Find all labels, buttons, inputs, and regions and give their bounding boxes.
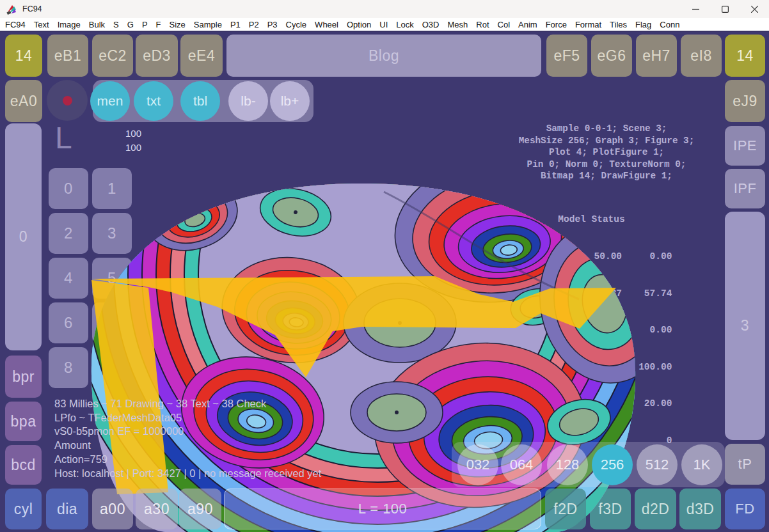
menu-item-sample[interactable]: Sample <box>194 20 222 29</box>
menu-item-option[interactable]: Option <box>347 20 371 29</box>
menu-item-force[interactable]: Force <box>546 20 567 29</box>
menu-item-text[interactable]: Text <box>34 20 49 29</box>
title-bar: FC94 <box>0 0 769 18</box>
window-title: FC94 <box>22 4 42 13</box>
maximize-icon[interactable] <box>710 0 740 18</box>
menu-item-fc94[interactable]: FC94 <box>5 20 26 29</box>
menu-item-format[interactable]: Format <box>575 20 601 29</box>
menu-item-p[interactable]: P <box>142 20 148 29</box>
menu-item-anim[interactable]: Anim <box>518 20 537 29</box>
main-area: 14 eB1 eC2 eD3 eE4 Blog eF5 eG6 eH7 eI8 … <box>0 32 769 532</box>
menu-item-wheel[interactable]: Wheel <box>315 20 338 29</box>
menu-item-tiles[interactable]: Tiles <box>610 20 627 29</box>
status-line-host: Host: localhost | Port: 3427 | 0 | no me… <box>54 467 321 481</box>
menu-item-rot[interactable]: Rot <box>476 20 489 29</box>
status-block: 83 Millies ~ 71 Drawing ~ 38 Text ~ 38 C… <box>54 397 321 480</box>
size-1k-button[interactable]: 1K <box>681 444 722 485</box>
minimize-icon[interactable] <box>681 0 710 18</box>
f2d-button[interactable]: f2D <box>545 489 586 529</box>
size-032-button[interactable]: 032 <box>457 444 498 485</box>
menu-bar: FC94 Text Image Bulk S G P F Size Sample… <box>0 18 769 32</box>
menu-item-s[interactable]: S <box>113 20 119 29</box>
menu-item-p3[interactable]: P3 <box>267 20 278 29</box>
menu-item-g[interactable]: G <box>127 20 134 29</box>
status-line-mesh: LPfo ~ TFederMeshData05 <box>54 411 321 425</box>
menu-item-ui[interactable]: UI <box>379 20 388 29</box>
l-100-button[interactable]: L = 100 <box>224 489 541 529</box>
fc94-window: FC94 FC94 Text Image Bulk S G P F Size S… <box>0 0 769 532</box>
status-line-action: Action=759 <box>54 453 321 467</box>
status-line-millies: 83 Millies ~ 71 Drawing ~ 38 Text ~ 38 C… <box>54 397 321 411</box>
menu-item-f[interactable]: F <box>156 20 161 29</box>
app-icon <box>6 4 17 15</box>
close-icon[interactable] <box>740 0 769 18</box>
size-064-button[interactable]: 064 <box>501 444 542 485</box>
a30-button[interactable]: a30 <box>136 489 178 529</box>
menu-item-p2[interactable]: P2 <box>249 20 259 29</box>
menu-item-lock[interactable]: Lock <box>396 20 413 29</box>
status-line-ef: vS0-b5pmon EF = 1000000 <box>54 425 321 439</box>
a00-button[interactable]: a00 <box>92 489 133 529</box>
menu-item-o3d[interactable]: O3D <box>422 20 440 29</box>
a90-button[interactable]: a90 <box>179 489 221 529</box>
menu-item-cycle[interactable]: Cycle <box>286 20 307 29</box>
menu-item-col[interactable]: Col <box>498 20 511 29</box>
size-512-button[interactable]: 512 <box>637 444 678 485</box>
menu-item-p1[interactable]: P1 <box>230 20 241 29</box>
status-line-amount: Amount <box>54 439 321 453</box>
size-128-button[interactable]: 128 <box>547 444 588 485</box>
size-256-button[interactable]: 256 <box>592 444 633 485</box>
menu-item-conn[interactable]: Conn <box>660 20 679 29</box>
menu-item-size[interactable]: Size <box>170 20 186 29</box>
menu-item-image[interactable]: Image <box>58 20 81 29</box>
menu-item-flag[interactable]: Flag <box>635 20 651 29</box>
menu-item-bulk[interactable]: Bulk <box>89 20 105 29</box>
menu-item-mesh[interactable]: Mesh <box>447 20 468 29</box>
